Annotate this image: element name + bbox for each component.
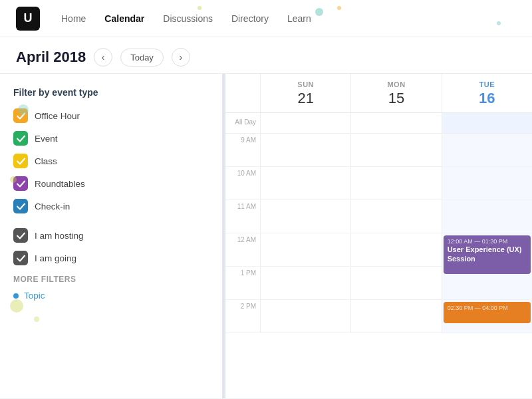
time-cell-11am-sun [260, 200, 350, 233]
time-row-12pm: 12 AM 12:00 AM — 01:30 PM User Experienc… [225, 233, 532, 267]
day-col-sun: SUN 21 [260, 74, 350, 112]
filter-label-hosting: I am hosting [35, 231, 84, 241]
calendar-title: April 2018 [16, 49, 86, 66]
checkbox-event[interactable] [13, 131, 28, 146]
filter-label-class: Class [35, 156, 57, 166]
filter-label-going: I am going [35, 253, 76, 263]
time-cells-11am [260, 200, 532, 233]
all-day-cell-tue [442, 113, 532, 133]
checkbox-hosting[interactable] [13, 228, 28, 243]
filter-title: Filter by event type [13, 87, 209, 98]
time-cells-2pm: 02:30 PM — 04:00 PM [260, 300, 532, 332]
event-ux-time: 12:00 AM — 01:30 PM [448, 238, 527, 245]
topic-bullet [13, 293, 19, 299]
time-label-10am: 10 AM [225, 167, 260, 200]
nav-directory[interactable]: Directory [231, 11, 269, 27]
time-cell-9am-tue [442, 134, 532, 166]
event-orange-time: 02:30 PM — 04:00 PM [448, 305, 527, 311]
all-day-row: All Day [225, 113, 532, 134]
logo: U [16, 7, 40, 31]
filter-label-event: Event [35, 134, 58, 144]
checkbox-roundtables[interactable] [13, 176, 28, 191]
event-orange[interactable]: 02:30 PM — 04:00 PM [444, 302, 531, 323]
filter-topic[interactable]: Topic [13, 291, 209, 301]
filter-event[interactable]: Event [13, 131, 209, 146]
filter-going[interactable]: I am going [13, 251, 209, 265]
filter-class[interactable]: Class [13, 154, 209, 168]
time-row-9am: 9 AM [225, 134, 532, 167]
main-nav: Home Calendar Discussions Directory Lear… [61, 11, 311, 27]
filter-label-office-hour: Office Hour [35, 111, 80, 121]
time-label-9am: 9 AM [225, 134, 260, 166]
time-cell-12pm-mon [350, 233, 441, 266]
time-row-2pm: 2 PM 02:30 PM — 04:00 PM [225, 300, 532, 333]
time-cell-10am-mon [350, 167, 441, 200]
nav-home[interactable]: Home [61, 11, 86, 27]
next-btn[interactable]: › [172, 48, 190, 66]
time-label-12pm: 12 AM [225, 233, 260, 266]
time-cell-1pm-mon [350, 267, 441, 299]
today-btn[interactable]: Today [120, 49, 164, 66]
filter-label-roundtables: Roundtables [35, 179, 85, 189]
time-label-2pm: 2 PM [225, 300, 260, 332]
time-cell-2pm-tue[interactable]: 02:30 PM — 04:00 PM [442, 300, 532, 332]
nav-discussions[interactable]: Discussions [163, 11, 213, 27]
calendar-grid: SUN 21 MON 15 TUE 16 All Day [225, 74, 532, 398]
filter-roundtables[interactable]: Roundtables [13, 176, 209, 191]
all-day-cells [260, 113, 532, 133]
time-rows: 9 AM 10 AM [225, 134, 532, 333]
checkbox-class[interactable] [13, 154, 28, 168]
filter-label-checkin: Check-in [35, 201, 70, 211]
time-row-11am: 11 AM [225, 200, 532, 233]
day-col-tue: TUE 16 [442, 74, 532, 112]
time-cells-9am [260, 134, 532, 166]
all-day-cell-sun [260, 113, 350, 133]
time-cell-2pm-mon [350, 300, 441, 332]
time-cells-12pm: 12:00 AM — 01:30 PM User Experience (UX)… [260, 233, 532, 266]
time-cell-9am-sun [260, 134, 350, 166]
time-cell-2pm-sun [260, 300, 350, 332]
time-cell-12pm-sun [260, 233, 350, 266]
time-cell-10am-sun [260, 167, 350, 200]
time-cell-11am-mon [350, 200, 441, 233]
time-cell-1pm-sun [260, 267, 350, 299]
time-area[interactable]: All Day 9 AM [225, 113, 532, 398]
topic-label[interactable]: Topic [24, 291, 45, 301]
time-label-1pm: 1 PM [225, 267, 260, 299]
time-cell-10am-tue [442, 167, 532, 200]
prev-btn[interactable]: ‹ [94, 48, 112, 66]
time-cell-11am-tue [442, 200, 532, 233]
checkbox-going[interactable] [13, 251, 28, 265]
event-ux-session[interactable]: 12:00 AM — 01:30 PM User Experience (UX)… [444, 235, 531, 274]
filter-sidebar: Filter by event type Office Hour Event C… [0, 74, 223, 398]
filter-hosting[interactable]: I am hosting [13, 228, 209, 243]
all-day-label: All Day [225, 113, 260, 133]
time-label-11am: 11 AM [225, 200, 260, 233]
time-cells-10am [260, 167, 532, 200]
more-filters-title: MORE FILTERS [13, 275, 209, 284]
time-row-10am: 10 AM [225, 167, 532, 200]
event-ux-name: User Experience (UX) Session [448, 245, 522, 263]
filter-checkin[interactable]: Check-in [13, 199, 209, 213]
day-col-mon: MON 15 [350, 74, 441, 112]
time-cell-12pm-tue[interactable]: 12:00 AM — 01:30 PM User Experience (UX)… [442, 233, 532, 266]
time-gutter-header [225, 74, 260, 112]
time-cell-9am-mon [350, 134, 441, 166]
all-day-cell-mon [350, 113, 441, 133]
filter-office-hour[interactable]: Office Hour [13, 108, 209, 123]
nav-calendar[interactable]: Calendar [104, 11, 144, 27]
checkbox-checkin[interactable] [13, 199, 28, 213]
nav-learn[interactable]: Learn [287, 11, 311, 27]
checkbox-office-hour[interactable] [13, 108, 28, 123]
day-headers: SUN 21 MON 15 TUE 16 [225, 74, 532, 113]
